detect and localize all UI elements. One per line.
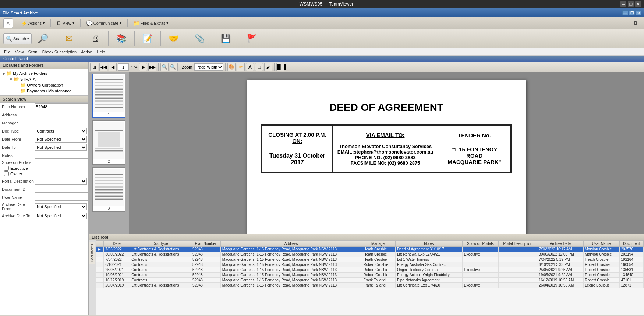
communicate-btn[interactable]: 💬 Communicate ▾ (83, 18, 125, 28)
last-page-btn[interactable]: ▶▶ (148, 63, 156, 71)
payments-item[interactable]: 📁 Payments / Maintenance (19, 88, 88, 94)
owner-checkbox[interactable] (4, 171, 9, 176)
table-row[interactable]: 19/05/2021Contracts52948Macquarie Garden… (96, 273, 644, 278)
thumb-2[interactable]: 2 (92, 120, 125, 165)
col-portal-desc[interactable]: Portal Description (498, 241, 537, 247)
app-close[interactable]: ✕ (636, 10, 641, 15)
notes-input[interactable] (35, 152, 88, 159)
menu-check-sub[interactable]: Check Subscription (39, 49, 79, 55)
menu-scan[interactable]: Scan (26, 49, 39, 55)
user-name-input[interactable] (35, 194, 88, 201)
doc-list-header: List Tool (89, 234, 644, 240)
col-doctype[interactable]: Doc Type (130, 241, 191, 247)
doc-type-select[interactable]: Contracts (35, 128, 87, 134)
address-input[interactable] (35, 112, 88, 118)
paint-tool-btn[interactable]: 🖌 (264, 63, 272, 71)
manager-select[interactable] (88, 120, 88, 126)
col-notes[interactable]: Notes (395, 241, 462, 247)
handshake-btn[interactable]: 🤝 (164, 30, 183, 47)
color-tool-btn[interactable]: 🎨 (227, 63, 236, 71)
view-btn[interactable]: 🖥 View ▾ (53, 18, 78, 28)
manager-row: Manager (0, 119, 88, 127)
address-select[interactable] (88, 112, 88, 118)
app-controls[interactable]: — ❐ ✕ (622, 10, 641, 15)
col-address[interactable]: Address (220, 241, 362, 247)
plan-number-input[interactable] (35, 103, 88, 110)
table-row[interactable]: 7/04/2022Contracts52948Macquarie Gardens… (96, 257, 644, 262)
menu-file[interactable]: File (2, 49, 13, 55)
manager-input[interactable] (35, 120, 88, 126)
app-maximize[interactable]: ❐ (629, 10, 635, 15)
document-id-input[interactable] (35, 186, 88, 193)
col-username[interactable]: User Name (583, 241, 619, 247)
files-btn[interactable]: 📁 Files & Extras ▾ (130, 18, 172, 28)
owners-corp-label: Owners Corporation (27, 83, 63, 87)
table-row[interactable]: 26/04/2019Lift Contracts & Registrations… (96, 283, 644, 288)
date-from-select[interactable]: Not Specified (35, 136, 87, 143)
rect-tool-btn[interactable]: □ (255, 63, 263, 71)
date-to-select[interactable]: Not Specified (35, 144, 87, 151)
flag-btn[interactable]: 🚩 (243, 30, 261, 47)
barcode-btn[interactable]: ▐▌▐ (276, 63, 284, 71)
col-manager[interactable]: Manager (362, 241, 395, 247)
close-doc-btn[interactable]: ✕ (3, 18, 13, 28)
app-minimize[interactable]: — (622, 10, 628, 15)
magnify-btn[interactable]: 🔎 (34, 30, 52, 47)
sep-page4 (274, 63, 275, 71)
table-row[interactable]: 30/05/2022Lift Contracts & Registrations… (96, 252, 644, 257)
view-icon: 🖥 (56, 20, 61, 26)
highlight-btn[interactable]: ✏ (237, 63, 245, 71)
user-name-select[interactable] (88, 194, 88, 201)
zoom-out-btn[interactable]: 🔍- (170, 63, 178, 71)
archive-date-to-select[interactable]: Not Specified (35, 213, 87, 219)
tv-minimize[interactable]: — (620, 1, 626, 7)
executive-checkbox[interactable] (4, 166, 9, 171)
strata-item[interactable]: ▼ 📂 STRATA (8, 76, 88, 82)
col-document[interactable]: Document (619, 241, 643, 247)
save-btn[interactable]: 💾 (217, 30, 235, 47)
col-date[interactable]: Date (104, 241, 130, 247)
my-archive-item[interactable]: ▶ 📁 My Archive Folders (1, 70, 88, 76)
documents-tab[interactable]: Documents (89, 242, 95, 264)
first-page-btn[interactable]: ◀◀ (99, 63, 107, 71)
tv-controls[interactable]: — ❐ ✕ (620, 1, 641, 7)
notes-btn[interactable]: 📝 (138, 30, 157, 47)
menu-help[interactable]: Help (95, 49, 107, 55)
portal-desc-select[interactable] (35, 178, 87, 185)
text-tool-btn[interactable]: A (246, 63, 254, 71)
menu-action[interactable]: Action (79, 49, 95, 55)
print-btn[interactable]: 🖨 (86, 30, 105, 47)
restore-btn[interactable]: ⧉ (630, 18, 641, 28)
tv-close[interactable]: ✕ (635, 1, 641, 7)
view-mode-btn[interactable]: ⊞ (90, 63, 98, 71)
doc-viewer[interactable]: DEED OF AGREEMENT CLOSING AT 2.00 P.M. O… (129, 72, 644, 234)
t3l3 (95, 177, 123, 178)
table-cell (462, 273, 498, 278)
table-cell: Lift Contracts & Registrations (130, 247, 191, 252)
actions-btn[interactable]: ⚡ Actions ▾ (18, 18, 48, 28)
table-row[interactable]: ▶7/06/2022Lift Contracts & Registrations… (96, 247, 644, 252)
table-row[interactable]: 25/05/2021Contracts52948Macquarie Garden… (96, 267, 644, 273)
next-page-btn[interactable]: ▶ (139, 63, 147, 71)
menu-view[interactable]: View (13, 49, 26, 55)
thumb-3[interactable]: 3 (92, 167, 125, 212)
tv-maximize[interactable]: ❐ (628, 1, 634, 7)
email-btn[interactable]: ✉ (60, 30, 78, 47)
doc-table-scroll[interactable]: Date Doc Type Plan Number Address Manage… (96, 240, 644, 315)
col-plan[interactable]: Plan Number (191, 241, 221, 247)
col-portals[interactable]: Show on Portals (462, 241, 498, 247)
table-row[interactable]: 6/10/2021Contracts52948Macquarie Gardens… (96, 262, 644, 267)
owners-corp-item[interactable]: 📁 Owners Corporation (19, 82, 88, 88)
prev-page-btn[interactable]: ◀ (109, 63, 117, 71)
thumb-1[interactable]: 1 (92, 74, 125, 118)
table-row[interactable]: 16/12/2019Contracts52948Macquarie Garden… (96, 278, 644, 283)
col-archive-date[interactable]: Archive Date (537, 241, 583, 247)
zoom-select[interactable]: Page Width Fit Page 50% 75% 100% 125% 15… (194, 63, 223, 71)
page-number-input[interactable] (118, 63, 129, 71)
col-arrow (96, 241, 104, 247)
search-btn[interactable]: 🔍 Search ▾ (3, 33, 32, 44)
archive-date-from-select[interactable]: Not Specified (35, 203, 87, 210)
zoom-in-btn[interactable]: 🔍 (160, 63, 169, 71)
attachment-btn[interactable]: 📎 (191, 30, 209, 47)
library-btn[interactable]: 📚 (112, 30, 131, 47)
